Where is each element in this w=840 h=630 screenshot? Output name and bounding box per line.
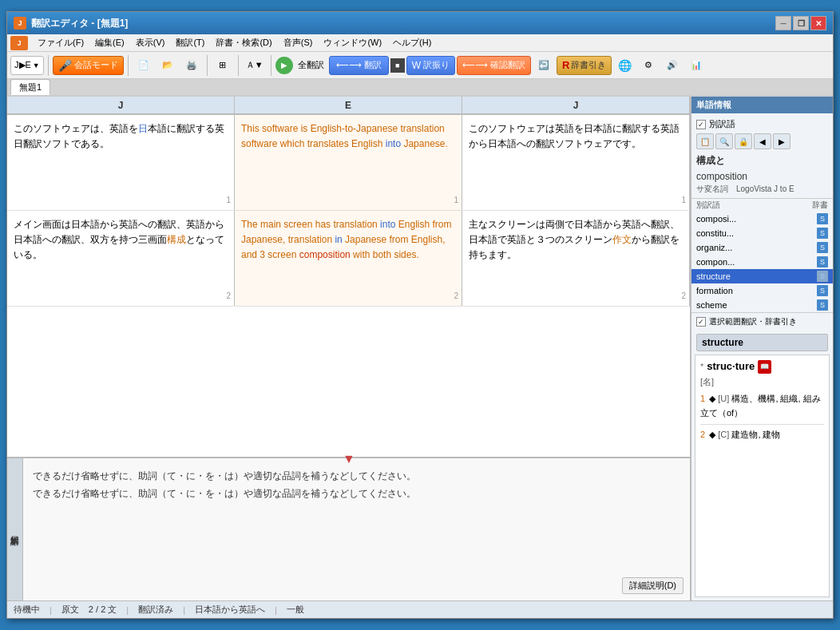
table-row: このソフトウェアは、英語を日本語に翻訳する英日翻訳ソフトである。 1 This … (7, 115, 690, 211)
grid-button[interactable]: ⊞ (212, 54, 234, 77)
menu-help[interactable]: ヘルプ(H) (388, 35, 436, 50)
status-lang-direction: 日本語から英語へ (195, 604, 265, 616)
dict-checkbox-label: 選択範囲翻訳・辞書引き (709, 316, 797, 327)
extra-btn-1[interactable]: 🌐 (613, 54, 636, 77)
dict-icon-4: S (817, 271, 828, 282)
alt-word-constitu[interactable]: constitu... S (691, 226, 833, 240)
restore-button[interactable]: ❐ (793, 16, 809, 30)
toolbar-separator-2 (128, 55, 129, 76)
editor-scroll[interactable]: このソフトウェアは、英語を日本語に翻訳する英日翻訳ソフトである。 1 This … (7, 115, 690, 457)
status-mode: 一般 (287, 604, 304, 616)
cell-2-3[interactable]: 主なスクリーンは両側で日本語から英語へ翻訳、日本語で英語と３つのスクリーン作文か… (462, 211, 690, 306)
col-header-3: J (462, 97, 690, 114)
cell-text: メイン画面は日本語から英語への翻訳、英語から日本語への翻訳、双方を持つ三画面構成… (14, 219, 224, 260)
detail-button[interactable]: 詳細説明(D) (622, 577, 683, 594)
dict-def-2-text: 建造物, 建物 (731, 430, 780, 439)
back-button[interactable]: ↩️ (533, 54, 555, 77)
editor-pane: J E J このソフトウェアは、英語を日本語に翻訳する英日翻訳ソフトである。 1… (7, 97, 691, 600)
menu-window[interactable]: ウィンドウ(W) (319, 35, 386, 50)
cell-text: このソフトウェアは英語を日本語に翻訳する英語から日本語への翻訳ソフトウェアです。 (469, 123, 680, 149)
menu-file[interactable]: ファイル(F) (33, 35, 89, 50)
audio-btn[interactable]: 🔊 (661, 54, 683, 77)
font-button[interactable]: Ａ▼ (243, 54, 267, 77)
word-icon-2[interactable]: 🔍 (715, 133, 733, 149)
alt-word-compon[interactable]: compon... S (691, 255, 833, 269)
alt-word-section: 別訳語 📋 🔍 🔒 ◀ ▶ 構成と composition サ変名詞 LogoV… (691, 113, 833, 199)
status-source-label: 原文 (61, 604, 79, 616)
col-header-1: J (7, 97, 235, 114)
close-button[interactable]: ✕ (810, 16, 826, 30)
open-button[interactable]: 📂 (157, 54, 179, 77)
dict-content[interactable]: * struc·ture 📖 [名] 1 ◆ [U] 構造、機構, 組織, 組み… (695, 355, 830, 597)
alt-word-checkbox[interactable] (696, 120, 706, 129)
dict-def-1: 1 ◆ [U] 構造、機構, 組織, 組み立て（of） (700, 392, 824, 420)
analysis-line-2: できるだけ省略せずに、助詞（て・に・を・は）や適切な品詞を補うなどしてください。 (33, 485, 680, 503)
word-icon-3[interactable]: 🔒 (735, 133, 752, 149)
cell-text-orange3: with both sides. (351, 249, 419, 260)
toolbar-separator-1 (48, 55, 49, 76)
composition-label: composition (696, 171, 828, 182)
cell-text-blue2: in (335, 234, 342, 245)
dict-search-header (696, 334, 828, 351)
alt-word-scheme[interactable]: scheme S (691, 298, 833, 312)
panel-header: 単語情報 (691, 97, 833, 113)
language-selector[interactable]: J▶E ▼ (10, 56, 44, 75)
cell-text-blue: into (380, 219, 395, 230)
extra-btn-2[interactable]: ⚙ (637, 54, 660, 77)
status-state: 待機中 (14, 604, 40, 616)
title-bar: J 翻訳エディタ - [無題1] ─ ❐ ✕ (7, 12, 833, 34)
menu-bar: J ファイル(F) 編集(E) 表示(V) 翻訳(T) 辞書・検索(D) 音声(… (7, 34, 833, 52)
menu-edit[interactable]: 編集(E) (90, 35, 129, 50)
cell-text-orange2: Japanese. (401, 138, 448, 149)
dict-section: 選択範囲翻訳・辞書引き * struc·ture 📖 [名] 1 ◆ [ (691, 313, 833, 600)
dict-checkbox-row: 選択範囲翻訳・辞書引き (691, 313, 833, 331)
menu-dict[interactable]: 辞書・検索(D) (211, 35, 276, 50)
row-number: 1 (454, 194, 458, 207)
cell-2-1[interactable]: メイン画面は日本語から英語への翻訳、英語から日本語への翻訳、双方を持つ三画面構成… (7, 211, 235, 306)
new-button[interactable]: 📄 (133, 54, 155, 77)
dict-icon-1: S (817, 228, 828, 239)
minimize-button[interactable]: ─ (775, 16, 791, 30)
cell-1-2[interactable]: This software is English-to-Japanese tra… (235, 115, 462, 210)
alt-words-table: 別訳語 辞書 composi... S constitu... S organi… (691, 199, 833, 313)
analysis-label: 日本語解析 (7, 458, 23, 600)
extra-btn-3[interactable]: 📊 (685, 54, 707, 77)
dict-def-2: 2 ◆ [C] 建造物, 建物 (700, 428, 824, 442)
dict-separator (700, 424, 824, 425)
status-bar: 待機中 | 原文 2 / 2 文 | 翻訳済み | 日本語から英語へ | 一般 (7, 600, 833, 618)
alt-word-composi[interactable]: composi... S (691, 212, 833, 226)
dict-checkbox[interactable] (696, 317, 706, 327)
word-icon-5[interactable]: ▶ (773, 133, 790, 149)
word-icon-1[interactable]: 📋 (696, 133, 714, 149)
cell-1-3[interactable]: このソフトウェアは英語を日本語に翻訳する英語から日本語への翻訳ソフトウェアです。… (462, 115, 690, 210)
alt-word-checkbox-row: 別訳語 (696, 117, 828, 132)
print-button[interactable]: 🖨️ (180, 54, 203, 77)
cell-2-2[interactable]: The main screen has translation into Eng… (235, 211, 462, 306)
mode-button[interactable]: 🎤 会話モード (53, 56, 124, 75)
word-icon-row: 📋 🔍 🔒 ◀ ▶ (696, 133, 828, 149)
word-icon-4[interactable]: ◀ (754, 133, 771, 149)
play-button[interactable]: ▶ (275, 57, 293, 74)
dict-button[interactable]: R 辞書引き (557, 56, 612, 75)
stop-button[interactable]: ■ (390, 58, 405, 73)
status-translated: 翻訳済み (138, 604, 173, 616)
word-button[interactable]: W 訳振り (406, 56, 455, 75)
alt-word-structure[interactable]: structure S (691, 269, 833, 283)
dict-icon-6: S (817, 299, 828, 311)
cell-1-1[interactable]: このソフトウェアは、英語を日本語に翻訳する英日翻訳ソフトである。 1 (7, 115, 235, 210)
toolbar: J▶E ▼ 🎤 会話モード 📄 📂 🖨️ ⊞ Ａ▼ ▶ 全翻訳 ⟵⟶ 翻訳 ■ … (7, 52, 833, 79)
menu-translate[interactable]: 翻訳(T) (171, 35, 209, 50)
translate-button[interactable]: ⟵⟶ 翻訳 (329, 56, 389, 75)
analysis-arrow: ▼ (343, 452, 355, 466)
tab-file[interactable]: 無題1 (10, 79, 50, 95)
toolbar-separator-3 (207, 55, 208, 76)
full-translate-button[interactable]: 全翻訳 (295, 54, 327, 77)
row-number: 2 (226, 290, 231, 303)
menu-audio[interactable]: 音声(S) (279, 35, 318, 50)
menu-view[interactable]: 表示(V) (131, 35, 170, 50)
alt-word-formation[interactable]: formation S (691, 283, 833, 298)
cell-text-red: composition (299, 249, 351, 260)
confirm-translate-button[interactable]: ⟵⟶ 確認翻訳 (457, 56, 531, 75)
alt-word-organiz[interactable]: organiz... S (691, 240, 833, 255)
dict-search-input[interactable] (702, 337, 822, 348)
